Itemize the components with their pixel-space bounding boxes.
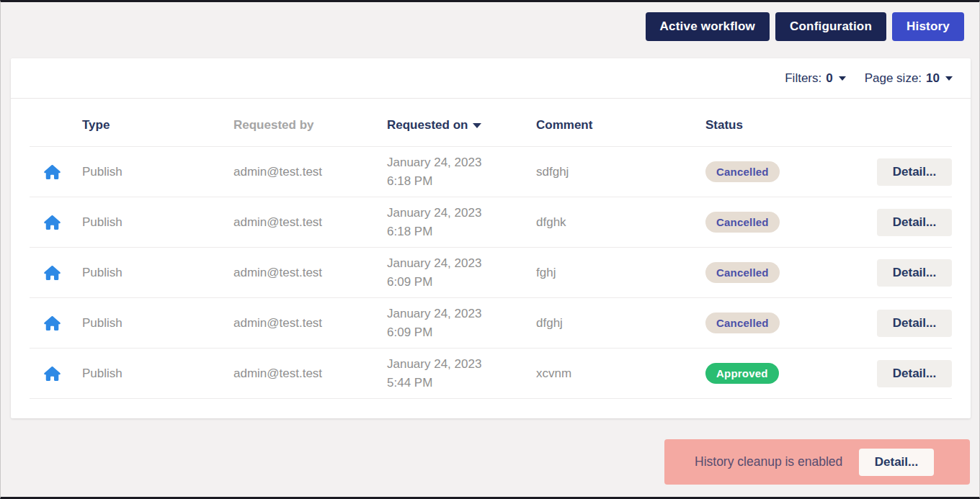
comment-cell: dfghj xyxy=(536,298,705,349)
status-badge: Approved xyxy=(705,363,779,384)
type-cell: Publish xyxy=(82,197,233,248)
history-cleanup-banner: History cleanup is enabled Detail... xyxy=(664,439,970,485)
notification-area: History cleanup is enabled Detail... xyxy=(1,439,970,485)
table-row: Publish admin@test.test January 24, 2023… xyxy=(30,298,952,349)
table-header-row: Type Requested by Requested on Comment S… xyxy=(30,99,952,147)
type-cell: Publish xyxy=(82,349,233,399)
history-table: Type Requested by Requested on Comment S… xyxy=(30,99,952,399)
tab-history[interactable]: History xyxy=(892,12,964,41)
column-header-requested-by[interactable]: Requested by xyxy=(233,99,387,147)
page-size-dropdown[interactable]: Page size: 10 xyxy=(865,71,953,86)
status-badge: Cancelled xyxy=(705,212,780,233)
status-cell: Cancelled xyxy=(705,248,860,298)
type-cell: Publish xyxy=(82,248,233,298)
column-header-requested-on[interactable]: Requested on xyxy=(387,99,536,147)
tab-active-workflow[interactable]: Active workflow xyxy=(646,12,770,41)
type-icon-cell xyxy=(30,147,82,197)
table-row: Publish admin@test.test January 24, 2023… xyxy=(30,147,952,197)
banner-message: History cleanup is enabled xyxy=(695,454,842,469)
page-size-value: 10 xyxy=(926,71,940,86)
tab-configuration[interactable]: Configuration xyxy=(775,12,886,41)
actions-cell: Detail... xyxy=(860,248,952,298)
type-icon-cell xyxy=(30,197,82,248)
filters-label: Filters: xyxy=(785,71,821,86)
requested-by-cell: admin@test.test xyxy=(233,298,387,349)
type-cell: Publish xyxy=(82,298,233,349)
status-cell: Cancelled xyxy=(705,197,860,248)
date-text: January 24, 2023 xyxy=(387,254,536,273)
column-header-comment[interactable]: Comment xyxy=(536,99,705,147)
page-size-label: Page size: xyxy=(865,71,922,86)
comment-cell: dfghk xyxy=(536,197,705,248)
home-icon xyxy=(44,316,61,331)
requested-on-cell: January 24, 2023 6:18 PM xyxy=(387,147,536,197)
requested-by-cell: admin@test.test xyxy=(233,147,387,197)
top-navigation: Active workflow Configuration History xyxy=(1,2,979,41)
filters-value: 0 xyxy=(826,71,832,86)
requested-on-cell: January 24, 2023 6:09 PM xyxy=(387,248,536,298)
requested-on-cell: January 24, 2023 5:44 PM xyxy=(387,349,536,399)
row-detail-button[interactable]: Detail... xyxy=(877,310,952,337)
status-cell: Approved xyxy=(705,349,860,399)
actions-cell: Detail... xyxy=(860,147,952,197)
comment-cell: xcvnm xyxy=(536,349,705,399)
chevron-down-icon xyxy=(839,76,846,81)
requested-on-cell: January 24, 2023 6:09 PM xyxy=(387,298,536,349)
type-icon-cell xyxy=(30,298,82,349)
column-header-status[interactable]: Status xyxy=(705,99,860,147)
column-header-icon xyxy=(30,99,82,147)
actions-cell: Detail... xyxy=(860,298,952,349)
row-detail-button[interactable]: Detail... xyxy=(877,158,952,186)
requested-by-cell: admin@test.test xyxy=(233,349,387,399)
date-text: January 24, 2023 xyxy=(387,305,536,323)
table-row: Publish admin@test.test January 24, 2023… xyxy=(30,248,952,298)
date-text: January 24, 2023 xyxy=(387,204,536,222)
filters-dropdown[interactable]: Filters: 0 xyxy=(785,71,845,86)
type-cell: Publish xyxy=(82,147,233,197)
status-badge: Cancelled xyxy=(705,161,780,182)
time-text: 6:09 PM xyxy=(387,273,536,292)
row-detail-button[interactable]: Detail... xyxy=(877,209,952,236)
home-icon xyxy=(44,266,61,280)
actions-cell: Detail... xyxy=(860,349,952,399)
chevron-down-icon xyxy=(945,76,953,81)
history-card: Filters: 0 Page size: 10 Type xyxy=(11,58,971,418)
history-table-container: Type Requested by Requested on Comment S… xyxy=(11,99,971,418)
time-text: 6:18 PM xyxy=(387,222,536,241)
table-toolbar: Filters: 0 Page size: 10 xyxy=(11,58,971,99)
row-detail-button[interactable]: Detail... xyxy=(877,360,952,387)
date-text: January 24, 2023 xyxy=(387,355,536,374)
actions-cell: Detail... xyxy=(860,197,952,248)
status-cell: Cancelled xyxy=(705,147,860,197)
time-text: 5:44 PM xyxy=(387,374,536,392)
table-row: Publish admin@test.test January 24, 2023… xyxy=(30,197,952,248)
home-icon xyxy=(44,367,61,381)
row-detail-button[interactable]: Detail... xyxy=(877,259,952,287)
workflow-history-screen: Active workflow Configuration History Fi… xyxy=(0,0,980,499)
column-header-type[interactable]: Type xyxy=(82,99,233,147)
table-row: Publish admin@test.test January 24, 2023… xyxy=(30,349,952,399)
status-badge: Cancelled xyxy=(705,262,780,283)
type-icon-cell xyxy=(30,349,82,399)
requested-on-cell: January 24, 2023 6:18 PM xyxy=(387,197,536,248)
column-header-actions xyxy=(860,99,952,147)
status-badge: Cancelled xyxy=(705,313,780,333)
status-cell: Cancelled xyxy=(705,298,860,349)
comment-cell: fghj xyxy=(536,248,705,298)
banner-detail-button[interactable]: Detail... xyxy=(859,449,934,476)
home-icon xyxy=(44,215,61,230)
requested-by-cell: admin@test.test xyxy=(233,197,387,248)
sort-desc-icon xyxy=(473,123,481,128)
home-icon xyxy=(44,165,61,179)
time-text: 6:18 PM xyxy=(387,172,536,191)
comment-cell: sdfghj xyxy=(536,147,705,197)
type-icon-cell xyxy=(30,248,82,298)
time-text: 6:09 PM xyxy=(387,323,536,342)
date-text: January 24, 2023 xyxy=(387,153,536,172)
requested-by-cell: admin@test.test xyxy=(233,248,387,298)
